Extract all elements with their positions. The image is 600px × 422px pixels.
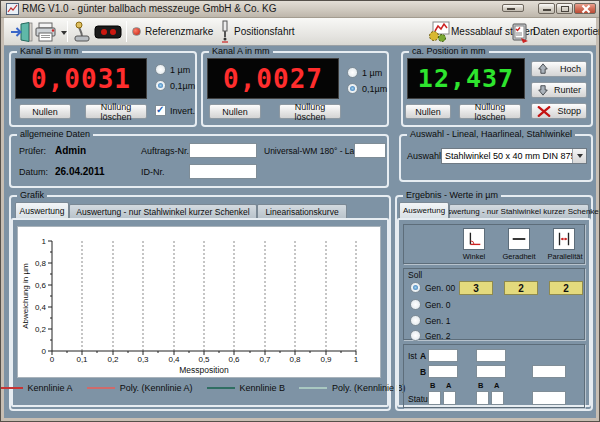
- x-tick: 0,9: [320, 355, 332, 364]
- id-nr-input[interactable]: [189, 164, 257, 179]
- x-tick: 0,1: [76, 355, 88, 364]
- ergebnis-tab-auswertung[interactable]: Auswertung: [399, 202, 449, 218]
- close-icon: [582, 5, 590, 13]
- legend-item: Kennlinie B: [207, 383, 286, 393]
- x-tick: 0,4: [168, 355, 180, 364]
- positionsfahrt-button[interactable]: Positionsfahrt: [234, 26, 295, 37]
- radio-icon: [410, 282, 421, 293]
- y-tick: 0,2: [35, 325, 47, 334]
- kanal-a-nullen-button[interactable]: Nullen: [209, 104, 261, 119]
- runter-button[interactable]: Runter: [531, 82, 587, 98]
- kanal-a-unit-01um[interactable]: 0,1µm: [347, 83, 387, 94]
- joystick-icon[interactable]: [72, 21, 92, 43]
- legend-label: Kennlinie A: [28, 383, 73, 393]
- radio-icon: [410, 315, 421, 326]
- datum-value: 26.04.2011: [55, 166, 105, 177]
- kanal-a-title: Kanal A in mm: [209, 46, 273, 56]
- auswahl-selected-value: Stahlwinkel 50 x 40 mm DIN 875: [442, 151, 572, 161]
- soll-gen-00-radio[interactable]: Gen. 00: [410, 282, 455, 293]
- kanal-a-panel: Kanal A in mm 0,0027 1 µm 0,1µm Nullen N…: [201, 51, 389, 127]
- position-nullen-button[interactable]: Nullen: [405, 104, 451, 119]
- soll-gen-1-radio[interactable]: Gen. 1: [410, 315, 451, 326]
- pruefer-value: Admin: [55, 145, 86, 156]
- soll-geradheit-value: 2: [504, 281, 538, 295]
- legend-line-swatch: [207, 387, 235, 389]
- radio-icon: [410, 330, 421, 341]
- ist-status-section: Ist A B B A B A Status: [403, 344, 585, 408]
- x-tick: 0,6: [228, 355, 240, 364]
- radio-icon: [347, 83, 358, 94]
- auswahl-dropdown[interactable]: Stahlwinkel 50 x 40 mm DIN 875: [441, 148, 587, 164]
- close-button[interactable]: [574, 3, 596, 14]
- criteria-strip: Winkel Geradheit Parallelität: [403, 224, 585, 264]
- stopp-button[interactable]: Stopp: [531, 103, 587, 119]
- kanal-b-nullen-button[interactable]: Nullen: [19, 104, 71, 119]
- status-parallelitaet-field: [532, 391, 566, 405]
- messablauf-icon: [428, 21, 450, 43]
- status-col-label: A: [446, 381, 451, 390]
- tab-auswertung-kurzer-schenkel[interactable]: Auswertung - nur Stahlwinkel kurzer Sche…: [69, 204, 257, 218]
- gen-label: Gen. 0: [425, 300, 451, 310]
- ist-row-a-label: A: [420, 351, 426, 361]
- background-window-button[interactable]: [502, 4, 524, 12]
- status-col-label: B: [430, 381, 435, 390]
- daten-exportieren-button[interactable]: Daten exportieren: [533, 26, 600, 37]
- pruefer-label: Prüfer:: [19, 146, 46, 156]
- print-icon[interactable]: [34, 22, 60, 42]
- ist-label: Ist: [408, 351, 417, 361]
- kanal-a-nullung-loeschen-button[interactable]: Nullung löschen: [279, 104, 341, 119]
- maximize-icon: [561, 6, 569, 12]
- auftrags-nr-label: Auftrags-Nr.: [141, 146, 189, 156]
- kanal-b-unit-01um[interactable]: 0,1µm: [155, 80, 195, 91]
- minimize-button[interactable]: [538, 3, 555, 14]
- toolbar-separator: [126, 21, 127, 42]
- soll-gen-2-radio[interactable]: Gen. 2: [410, 330, 451, 341]
- x-tick: 0,8: [289, 355, 301, 364]
- title-bar: RMG V1.0 - günter ballbach messzeuge Gmb…: [1, 1, 599, 18]
- kanal-b-panel: Kanal B in mm 0,0031 1 µm 0,1µm Nullen N…: [9, 51, 197, 127]
- y-tick: 0,4: [35, 303, 47, 312]
- tab-auswertung[interactable]: Auswertung: [15, 202, 69, 218]
- auswahl-panel: Auswahl - Lineal, Haarlineal, Stahlwinke…: [399, 134, 593, 182]
- soll-section: Soll Gen. 00 Gen. 0 Gen. 1: [403, 268, 585, 340]
- invert-label: Invert.: [170, 106, 195, 116]
- ist-b-geradheit-field: [476, 365, 506, 378]
- app-icon: [6, 3, 19, 15]
- auswahl-label: Auswahl:: [407, 151, 444, 161]
- kanal-a-unit-1um[interactable]: 1 µm: [347, 67, 382, 78]
- position-nullung-loeschen-button[interactable]: Nullung löschen: [459, 104, 521, 119]
- status-col-label: B: [478, 381, 483, 390]
- x-tick: 0,7: [259, 355, 271, 364]
- lage-input[interactable]: [354, 143, 386, 158]
- kanal-b-invert-checkbox[interactable]: Invert.: [155, 105, 195, 116]
- kanal-b-unit-1um[interactable]: 1 µm: [155, 64, 190, 75]
- toolbar-separator: [67, 21, 68, 42]
- tab-linearisationskurve[interactable]: Linearisationskurve: [257, 204, 347, 218]
- winkel-label: Winkel: [449, 252, 499, 261]
- hoch-button[interactable]: Hoch: [531, 61, 587, 77]
- maximize-button[interactable]: [556, 3, 573, 14]
- auswahl-title: Auswahl - Lineal, Haarlineal, Stahlwinke…: [407, 129, 575, 139]
- status-geradheit-b-field: [476, 391, 489, 405]
- gen-label: Gen. 00: [425, 283, 455, 293]
- ergebnis-tab-kurzer-schenkel[interactable]: Auswertung - nur Stahlwinkel kurzer Sche…: [449, 204, 589, 218]
- status-winkel-b-field: [428, 391, 441, 405]
- gen-label: Gen. 2: [425, 331, 451, 341]
- exit-icon[interactable]: [9, 22, 33, 42]
- soll-gen-0-radio[interactable]: Gen. 0: [410, 299, 451, 310]
- control-buttons-icon[interactable]: [94, 24, 122, 40]
- window-title: RMG V1.0 - günter ballbach messzeuge Gmb…: [22, 3, 277, 14]
- legend-item: Kennlinie A: [0, 383, 73, 393]
- kanal-b-title: Kanal B in mm: [17, 46, 82, 56]
- auftrags-nr-input[interactable]: [189, 143, 257, 158]
- dropdown-arrow-icon: [572, 149, 586, 163]
- y-tick: 0,8: [35, 259, 47, 268]
- ist-b-winkel-field: [428, 365, 458, 378]
- x-tick: 0,3: [137, 355, 149, 364]
- kanal-b-nullung-loeschen-button[interactable]: Nullung löschen: [85, 104, 147, 119]
- allgemeine-daten-title: allgemeine Daten: [17, 129, 93, 139]
- minimize-icon: [543, 9, 551, 11]
- y-tick: 0: [42, 347, 47, 356]
- referenzmarke-label: Referenzmarke: [145, 26, 213, 37]
- export-icon: [511, 21, 531, 43]
